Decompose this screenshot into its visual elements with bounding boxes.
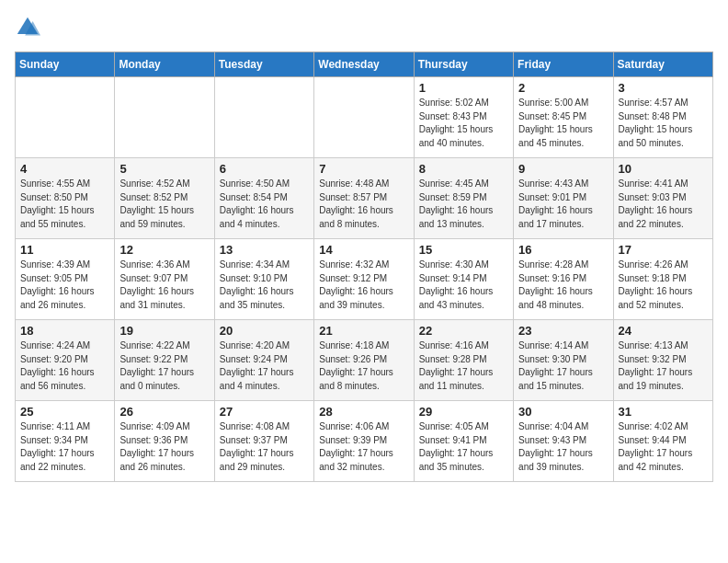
day-detail: Sunrise: 4:32 AM Sunset: 9:12 PM Dayligh… bbox=[319, 259, 408, 312]
day-number: 6 bbox=[220, 162, 309, 176]
calendar-cell: 5Sunrise: 4:52 AM Sunset: 8:52 PM Daylig… bbox=[115, 158, 214, 239]
day-detail: Sunrise: 5:00 AM Sunset: 8:45 PM Dayligh… bbox=[518, 97, 608, 150]
day-number: 31 bbox=[619, 405, 708, 419]
col-header-thursday: Thursday bbox=[414, 52, 513, 77]
day-number: 13 bbox=[220, 243, 309, 257]
day-detail: Sunrise: 4:04 AM Sunset: 9:43 PM Dayligh… bbox=[518, 420, 608, 474]
day-number: 9 bbox=[518, 162, 608, 176]
day-number: 5 bbox=[119, 162, 209, 176]
day-detail: Sunrise: 4:02 AM Sunset: 9:44 PM Dayligh… bbox=[619, 420, 708, 474]
calendar-cell: 22Sunrise: 4:16 AM Sunset: 9:28 PM Dayli… bbox=[414, 320, 513, 401]
calendar-cell: 18Sunrise: 4:24 AM Sunset: 9:20 PM Dayli… bbox=[16, 320, 115, 401]
day-detail: Sunrise: 4:48 AM Sunset: 8:57 PM Dayligh… bbox=[319, 178, 408, 231]
calendar-cell: 13Sunrise: 4:34 AM Sunset: 9:10 PM Dayli… bbox=[214, 239, 313, 320]
day-detail: Sunrise: 4:36 AM Sunset: 9:07 PM Dayligh… bbox=[119, 259, 209, 312]
calendar-cell: 30Sunrise: 4:04 AM Sunset: 9:43 PM Dayli… bbox=[514, 401, 613, 482]
calendar-cell: 12Sunrise: 4:36 AM Sunset: 9:07 PM Dayli… bbox=[115, 239, 214, 320]
day-detail: Sunrise: 4:22 AM Sunset: 9:22 PM Dayligh… bbox=[119, 339, 209, 393]
day-number: 11 bbox=[20, 243, 109, 257]
day-detail: Sunrise: 4:05 AM Sunset: 9:41 PM Dayligh… bbox=[419, 420, 508, 474]
day-detail: Sunrise: 4:45 AM Sunset: 8:59 PM Dayligh… bbox=[419, 178, 508, 231]
day-detail: Sunrise: 4:39 AM Sunset: 9:05 PM Dayligh… bbox=[20, 259, 109, 312]
day-number: 21 bbox=[319, 324, 408, 338]
calendar-cell: 23Sunrise: 4:14 AM Sunset: 9:30 PM Dayli… bbox=[514, 320, 613, 401]
logo-icon bbox=[15, 15, 40, 40]
day-detail: Sunrise: 4:50 AM Sunset: 8:54 PM Dayligh… bbox=[220, 178, 309, 231]
day-detail: Sunrise: 4:11 AM Sunset: 9:34 PM Dayligh… bbox=[20, 420, 109, 474]
col-header-saturday: Saturday bbox=[613, 52, 712, 77]
day-detail: Sunrise: 4:20 AM Sunset: 9:24 PM Dayligh… bbox=[220, 339, 309, 393]
calendar-cell: 6Sunrise: 4:50 AM Sunset: 8:54 PM Daylig… bbox=[214, 158, 313, 239]
day-number: 7 bbox=[319, 162, 408, 176]
calendar-cell bbox=[214, 77, 313, 158]
col-header-sunday: Sunday bbox=[16, 52, 115, 77]
calendar-cell: 1Sunrise: 5:02 AM Sunset: 8:43 PM Daylig… bbox=[414, 77, 513, 158]
calendar-cell: 9Sunrise: 4:43 AM Sunset: 9:01 PM Daylig… bbox=[514, 158, 613, 239]
day-detail: Sunrise: 4:26 AM Sunset: 9:18 PM Dayligh… bbox=[619, 259, 708, 312]
calendar-cell: 20Sunrise: 4:20 AM Sunset: 9:24 PM Dayli… bbox=[214, 320, 313, 401]
day-number: 4 bbox=[20, 162, 109, 176]
col-header-monday: Monday bbox=[115, 52, 214, 77]
week-row-4: 18Sunrise: 4:24 AM Sunset: 9:20 PM Dayli… bbox=[16, 320, 713, 401]
week-row-2: 4Sunrise: 4:55 AM Sunset: 8:50 PM Daylig… bbox=[16, 158, 713, 239]
calendar-cell: 26Sunrise: 4:09 AM Sunset: 9:36 PM Dayli… bbox=[115, 401, 214, 482]
calendar-cell: 25Sunrise: 4:11 AM Sunset: 9:34 PM Dayli… bbox=[16, 401, 115, 482]
calendar-cell: 8Sunrise: 4:45 AM Sunset: 8:59 PM Daylig… bbox=[414, 158, 513, 239]
day-number: 14 bbox=[319, 243, 408, 257]
calendar-cell: 19Sunrise: 4:22 AM Sunset: 9:22 PM Dayli… bbox=[115, 320, 214, 401]
calendar-cell bbox=[314, 77, 414, 158]
day-detail: Sunrise: 4:06 AM Sunset: 9:39 PM Dayligh… bbox=[319, 420, 408, 474]
day-number: 20 bbox=[220, 324, 309, 338]
day-number: 2 bbox=[518, 81, 608, 95]
calendar-cell bbox=[16, 77, 115, 158]
page-header bbox=[15, 15, 713, 40]
day-number: 22 bbox=[419, 324, 508, 338]
day-detail: Sunrise: 4:24 AM Sunset: 9:20 PM Dayligh… bbox=[20, 339, 109, 393]
calendar-table: SundayMondayTuesdayWednesdayThursdayFrid… bbox=[15, 52, 713, 482]
calendar-cell: 17Sunrise: 4:26 AM Sunset: 9:18 PM Dayli… bbox=[613, 239, 712, 320]
col-header-wednesday: Wednesday bbox=[314, 52, 414, 77]
col-header-friday: Friday bbox=[514, 52, 613, 77]
day-detail: Sunrise: 4:43 AM Sunset: 9:01 PM Dayligh… bbox=[518, 178, 608, 231]
col-header-tuesday: Tuesday bbox=[214, 52, 313, 77]
calendar-cell: 21Sunrise: 4:18 AM Sunset: 9:26 PM Dayli… bbox=[314, 320, 414, 401]
week-row-1: 1Sunrise: 5:02 AM Sunset: 8:43 PM Daylig… bbox=[16, 77, 713, 158]
day-detail: Sunrise: 4:08 AM Sunset: 9:37 PM Dayligh… bbox=[220, 420, 309, 474]
calendar-cell bbox=[115, 77, 214, 158]
calendar-cell: 15Sunrise: 4:30 AM Sunset: 9:14 PM Dayli… bbox=[414, 239, 513, 320]
logo bbox=[15, 15, 44, 40]
calendar-cell: 7Sunrise: 4:48 AM Sunset: 8:57 PM Daylig… bbox=[314, 158, 414, 239]
day-detail: Sunrise: 4:16 AM Sunset: 9:28 PM Dayligh… bbox=[419, 339, 508, 393]
day-number: 29 bbox=[419, 405, 508, 419]
calendar-cell: 28Sunrise: 4:06 AM Sunset: 9:39 PM Dayli… bbox=[314, 401, 414, 482]
calendar-cell: 3Sunrise: 4:57 AM Sunset: 8:48 PM Daylig… bbox=[613, 77, 712, 158]
calendar-cell: 11Sunrise: 4:39 AM Sunset: 9:05 PM Dayli… bbox=[16, 239, 115, 320]
day-number: 28 bbox=[319, 405, 408, 419]
calendar-cell: 14Sunrise: 4:32 AM Sunset: 9:12 PM Dayli… bbox=[314, 239, 414, 320]
week-row-3: 11Sunrise: 4:39 AM Sunset: 9:05 PM Dayli… bbox=[16, 239, 713, 320]
day-number: 3 bbox=[619, 81, 708, 95]
day-number: 1 bbox=[419, 81, 508, 95]
calendar-cell: 27Sunrise: 4:08 AM Sunset: 9:37 PM Dayli… bbox=[214, 401, 313, 482]
day-detail: Sunrise: 4:30 AM Sunset: 9:14 PM Dayligh… bbox=[419, 259, 508, 312]
day-number: 30 bbox=[518, 405, 608, 419]
week-row-5: 25Sunrise: 4:11 AM Sunset: 9:34 PM Dayli… bbox=[16, 401, 713, 482]
calendar-cell: 24Sunrise: 4:13 AM Sunset: 9:32 PM Dayli… bbox=[613, 320, 712, 401]
day-number: 16 bbox=[518, 243, 608, 257]
day-detail: Sunrise: 5:02 AM Sunset: 8:43 PM Dayligh… bbox=[419, 97, 508, 150]
day-detail: Sunrise: 4:18 AM Sunset: 9:26 PM Dayligh… bbox=[319, 339, 408, 393]
calendar-cell: 2Sunrise: 5:00 AM Sunset: 8:45 PM Daylig… bbox=[514, 77, 613, 158]
day-detail: Sunrise: 4:57 AM Sunset: 8:48 PM Dayligh… bbox=[619, 97, 708, 150]
calendar-cell: 4Sunrise: 4:55 AM Sunset: 8:50 PM Daylig… bbox=[16, 158, 115, 239]
day-number: 25 bbox=[20, 405, 109, 419]
day-detail: Sunrise: 4:28 AM Sunset: 9:16 PM Dayligh… bbox=[518, 259, 608, 312]
day-number: 24 bbox=[619, 324, 708, 338]
day-number: 26 bbox=[119, 405, 209, 419]
calendar-header: SundayMondayTuesdayWednesdayThursdayFrid… bbox=[16, 52, 713, 77]
day-number: 12 bbox=[119, 243, 209, 257]
day-detail: Sunrise: 4:34 AM Sunset: 9:10 PM Dayligh… bbox=[220, 259, 309, 312]
day-detail: Sunrise: 4:13 AM Sunset: 9:32 PM Dayligh… bbox=[619, 339, 708, 393]
day-number: 27 bbox=[220, 405, 309, 419]
day-detail: Sunrise: 4:52 AM Sunset: 8:52 PM Dayligh… bbox=[119, 178, 209, 231]
day-detail: Sunrise: 4:41 AM Sunset: 9:03 PM Dayligh… bbox=[619, 178, 708, 231]
